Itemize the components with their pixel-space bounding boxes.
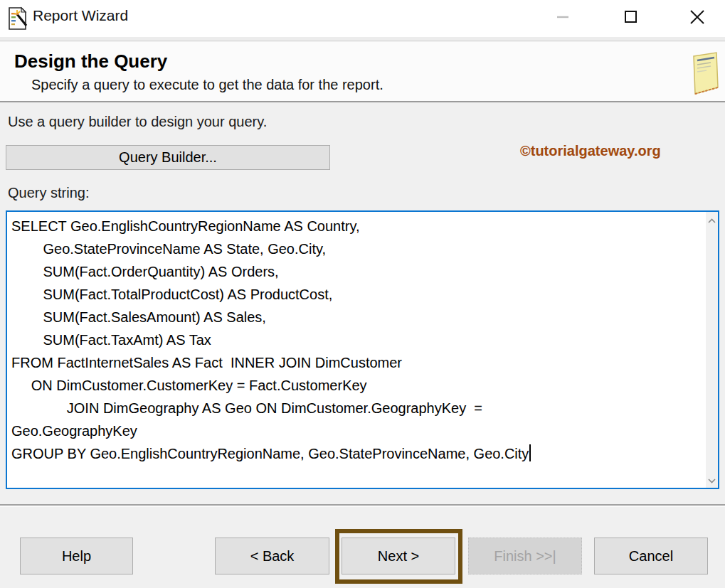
- scroll-up-button[interactable]: [706, 213, 718, 226]
- scroll-down-button[interactable]: [706, 474, 718, 486]
- page-subtitle: Specify a query to execute to get the da…: [31, 77, 383, 93]
- query-string-label: Query string:: [8, 185, 89, 201]
- vertical-scrollbar[interactable]: [706, 212, 718, 488]
- query-builder-button[interactable]: Query Builder...: [6, 145, 330, 170]
- footer-divider: [0, 504, 725, 507]
- window-title: Report Wizard: [33, 7, 128, 24]
- minimize-icon: [556, 10, 570, 26]
- titlebar-divider: [0, 37, 725, 41]
- chevron-down-icon: [708, 475, 716, 486]
- maximize-button[interactable]: [615, 4, 647, 31]
- watermark-text: ©tutorialgateway.org: [520, 143, 661, 159]
- report-wizard-app-icon: [6, 6, 28, 31]
- finish-button[interactable]: Finish >>|: [468, 538, 582, 574]
- query-text-content: SELECT Geo.EnglishCountryRegionName AS C…: [11, 218, 529, 461]
- help-button[interactable]: Help: [20, 538, 133, 574]
- page-title: Design the Query: [14, 50, 167, 73]
- close-button[interactable]: [681, 4, 714, 31]
- cancel-button[interactable]: Cancel: [594, 538, 708, 574]
- chevron-up-icon: [708, 215, 716, 225]
- instruction-text: Use a query builder to design your query…: [8, 114, 267, 130]
- titlebar: Report Wizard: [0, 0, 725, 37]
- query-text: SELECT Geo.EnglishCountryRegionName AS C…: [7, 212, 705, 488]
- query-string-textarea[interactable]: SELECT Geo.EnglishCountryRegionName AS C…: [6, 210, 719, 489]
- next-button[interactable]: Next >: [342, 538, 455, 574]
- maximize-icon: [623, 9, 639, 27]
- wizard-header: Design the Query Specify a query to exec…: [0, 42, 725, 102]
- close-icon: [689, 9, 706, 28]
- minimize-button[interactable]: [546, 4, 579, 31]
- report-wizard-window: Report Wizard Design the Query Specify a…: [0, 0, 725, 588]
- text-cursor: [529, 444, 531, 461]
- back-button[interactable]: < Back: [215, 538, 329, 574]
- document-icon: [685, 50, 721, 97]
